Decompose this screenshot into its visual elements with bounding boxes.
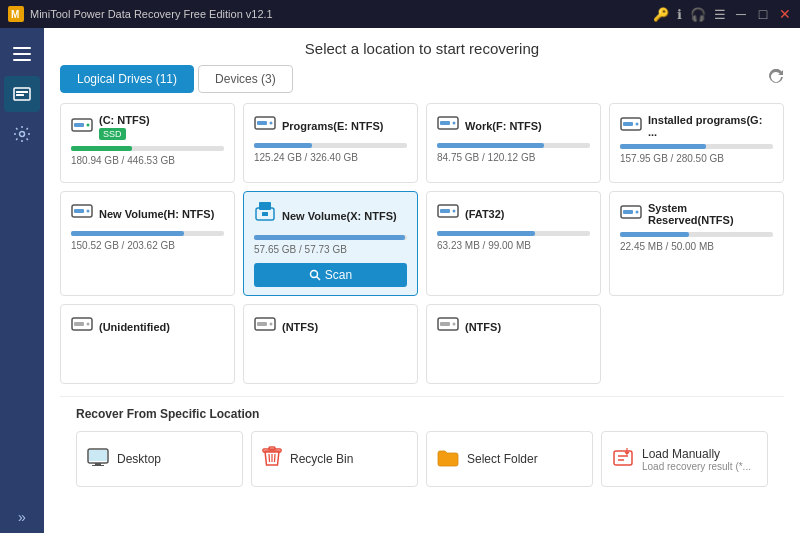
refresh-icon (768, 69, 784, 85)
progress-bar-e (254, 143, 407, 148)
svg-point-39 (270, 323, 273, 326)
minimize-btn[interactable]: ─ (734, 7, 748, 21)
drive-size-f: 84.75 GB / 120.12 GB (437, 152, 590, 163)
location-card-select-folder[interactable]: Select Folder (426, 431, 593, 487)
drive-icon-unidentified (71, 315, 93, 338)
drive-card-x[interactable]: New Volume(X: NTFS) 57.65 GB / 57.73 GB … (243, 191, 418, 296)
scan-button[interactable]: Scan (254, 263, 407, 287)
hdd-icon-unid (71, 315, 93, 333)
specific-location-section: Recover From Specific Location D (60, 396, 784, 497)
location-card-desktop[interactable]: Desktop (76, 431, 243, 487)
svg-point-33 (636, 210, 639, 213)
svg-rect-25 (259, 202, 271, 210)
svg-rect-37 (74, 322, 84, 326)
ssd-badge: SSD (99, 128, 126, 140)
hdd-icon-h (71, 202, 93, 220)
sidebar-expand-btn[interactable]: » (18, 509, 26, 525)
svg-point-22 (87, 210, 90, 213)
drive-card-g[interactable]: Installed programs(G: ... 157.95 GB / 28… (609, 103, 784, 183)
progress-bar-h (71, 231, 224, 236)
drive-card-unidentified[interactable]: (Unidentified) (60, 304, 235, 384)
folder-svg-icon (437, 449, 459, 467)
location-load-manually-label: Load Manually (642, 447, 751, 461)
drive-icon-e (254, 114, 276, 137)
close-btn[interactable]: ✕ (778, 7, 792, 21)
section-title: Recover From Specific Location (76, 407, 768, 421)
progress-bar-x (254, 235, 407, 240)
svg-text:M: M (11, 9, 19, 20)
svg-rect-34 (623, 210, 633, 214)
monitor-icon (87, 448, 109, 466)
maximize-btn[interactable]: □ (756, 7, 770, 21)
progress-bar-f (437, 143, 590, 148)
drive-name-ntfs1: (NTFS) (282, 321, 318, 333)
drive-icon-c (71, 116, 93, 139)
headphone-icon[interactable]: 🎧 (690, 7, 706, 22)
drives-scroll[interactable]: (C: NTFS) SSD 180.94 GB / 446.53 GB (44, 103, 800, 533)
tab-logical-drives[interactable]: Logical Drives (11) (60, 65, 194, 93)
app-logo: M (8, 6, 24, 22)
location-card-recycle[interactable]: Recycle Bin (251, 431, 418, 487)
location-card-load-manually[interactable]: Load Manually Load recovery result (*... (601, 431, 768, 487)
svg-point-16 (453, 122, 456, 125)
drive-name-ntfs2: (NTFS) (465, 321, 501, 333)
load-icon (612, 447, 634, 472)
drive-icon-g (620, 115, 642, 138)
drives-grid: (C: NTFS) SSD 180.94 GB / 446.53 GB (60, 103, 784, 384)
svg-rect-53 (614, 451, 632, 465)
svg-rect-46 (92, 465, 104, 466)
drive-card-fat32[interactable]: (FAT32) 63.23 MB / 99.00 MB (426, 191, 601, 296)
drive-icon-fat32 (437, 202, 459, 225)
drive-card-ntfs1[interactable]: (NTFS) (243, 304, 418, 384)
drive-icon-ntfs1 (254, 315, 276, 338)
drive-name-x: New Volume(X: NTFS) (282, 210, 397, 222)
hdd-icon-ntfs1 (254, 315, 276, 333)
drive-icon-f (437, 114, 459, 137)
progress-bar-c (71, 146, 224, 151)
drive-icon-sysreserved (620, 203, 642, 226)
svg-rect-17 (440, 121, 450, 125)
refresh-button[interactable] (768, 69, 784, 89)
hdd-icon-f (437, 114, 459, 132)
sidebar-item-settings[interactable] (4, 116, 40, 152)
location-grid: Desktop (76, 431, 768, 487)
svg-rect-23 (74, 209, 84, 213)
drive-name-g: Installed programs(G: ... (648, 114, 773, 138)
svg-rect-3 (13, 53, 31, 55)
tab-devices[interactable]: Devices (3) (198, 65, 293, 93)
svg-rect-20 (623, 122, 633, 126)
drive-name-fat32: (FAT32) (465, 208, 505, 220)
key-icon[interactable]: 🔑 (653, 7, 669, 22)
svg-point-19 (636, 122, 639, 125)
hdd-icon-fat32 (437, 202, 459, 220)
hdd-icon-g (620, 115, 642, 133)
info-icon[interactable]: ℹ (677, 7, 682, 22)
svg-point-36 (87, 323, 90, 326)
svg-line-52 (275, 454, 276, 462)
drive-card-f[interactable]: Work(F: NTFS) 84.75 GB / 120.12 GB (426, 103, 601, 183)
svg-rect-14 (257, 121, 267, 125)
svg-rect-43 (440, 322, 450, 326)
drive-card-e[interactable]: Programs(E: NTFS) 125.24 GB / 326.40 GB (243, 103, 418, 183)
progress-fill-f (437, 143, 544, 148)
progress-fill-x (254, 235, 405, 240)
title-bar: M MiniTool Power Data Recovery Free Edit… (0, 0, 800, 28)
page-title: Select a location to start recovering (44, 28, 800, 65)
sidebar-item-recover[interactable] (4, 76, 40, 112)
drive-icon-ntfs2 (437, 315, 459, 338)
drive-card-ntfs2[interactable]: (NTFS) (426, 304, 601, 384)
location-desktop-label: Desktop (117, 452, 161, 466)
settings-icon (13, 125, 31, 143)
sidebar-item-menu[interactable] (4, 36, 40, 72)
svg-line-28 (316, 277, 320, 281)
drive-card-sysreserved[interactable]: System Reserved(NTFS) 22.45 MB / 50.00 M… (609, 191, 784, 296)
drive-card-h[interactable]: New Volume(H: NTFS) 150.52 GB / 203.62 G… (60, 191, 235, 296)
location-select-folder-label: Select Folder (467, 452, 538, 466)
svg-point-30 (453, 210, 456, 213)
drive-card-c[interactable]: (C: NTFS) SSD 180.94 GB / 446.53 GB (60, 103, 235, 183)
progress-fill-fat32 (437, 231, 535, 236)
recycle-bin-icon (262, 446, 282, 473)
svg-point-10 (87, 123, 90, 126)
menu-icon[interactable]: ☰ (714, 7, 726, 22)
drive-icon-x (254, 202, 276, 229)
